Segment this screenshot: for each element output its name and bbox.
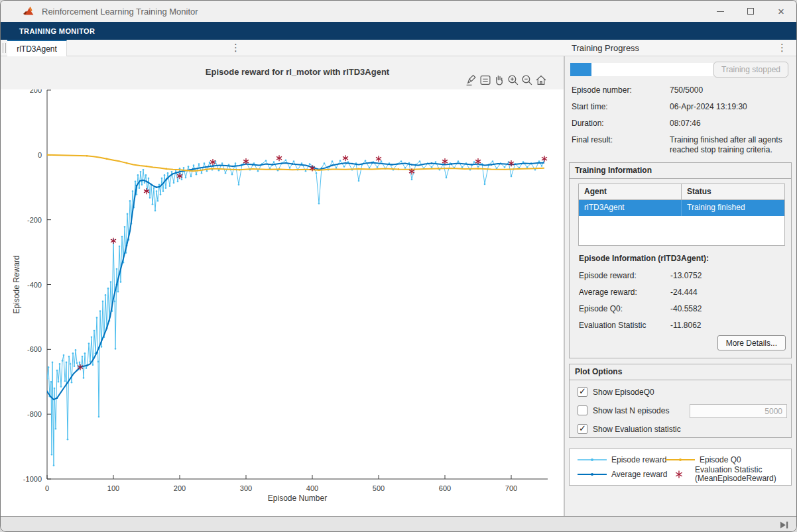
legend-item-episode-reward: Episode reward	[578, 455, 666, 464]
status-bar	[1, 516, 796, 532]
svg-text:100: 100	[107, 484, 119, 492]
evaluation-statistic-label: Evaluation Statistic	[579, 321, 646, 330]
maximize-icon	[747, 8, 754, 15]
table-empty-area	[579, 216, 784, 245]
zoom-in-icon[interactable]	[507, 74, 519, 86]
restore-view-home-icon[interactable]	[535, 74, 547, 86]
matlab-logo-icon	[23, 6, 35, 17]
tab-rltd3agent[interactable]: rlTD3Agent	[7, 40, 67, 56]
legend-item-evaluation-statistic: Evaluation Statistic (MeanEpisodeReward)	[674, 466, 776, 483]
app-window: Reinforcement Learning Training Monitor …	[0, 0, 797, 532]
duration-label: Duration:	[572, 119, 604, 128]
svg-text:200: 200	[30, 89, 42, 94]
show-evaluation-statistic-checkbox[interactable]	[578, 424, 587, 434]
agent-column-header[interactable]: Agent	[579, 184, 682, 199]
episode-q0-label: Episode Q0:	[579, 304, 623, 313]
pan-icon[interactable]	[493, 74, 505, 86]
svg-text:500: 500	[373, 484, 385, 492]
chart-legend: Episode reward Average reward Episode Q0	[569, 449, 792, 486]
show-episodeq0-checkbox[interactable]	[578, 387, 587, 397]
show-last-n-episodes-option[interactable]: Show last N episodes	[578, 405, 669, 415]
show-episodeq0-label: Show EpisodeQ0	[593, 388, 654, 397]
episode-number-label: Episode number:	[572, 85, 632, 95]
svg-text:600: 600	[439, 484, 451, 492]
episode-number-value: 750/5000	[670, 85, 790, 95]
svg-text:-1000: -1000	[23, 475, 42, 483]
maximize-button[interactable]	[735, 1, 766, 22]
legend-label: Average reward	[611, 470, 668, 479]
panel-title: Training Progress	[572, 43, 639, 53]
svg-text:Episode Number: Episode Number	[268, 494, 327, 503]
show-last-n-episodes-label: Show last N episodes	[593, 406, 669, 415]
legend-label: Episode reward	[611, 455, 666, 464]
average-reward-line-icon	[578, 471, 607, 478]
start-time-value: 06-Apr-2024 13:19:30	[670, 102, 790, 112]
plot-options-title: Plot Options	[570, 364, 791, 380]
episode-reward-line-icon	[578, 456, 607, 463]
training-information-title: Training Information	[570, 163, 791, 179]
n-episodes-input[interactable]	[690, 404, 787, 418]
svg-text:Episode Reward: Episode Reward	[12, 255, 21, 313]
episode-q0-value: -40.5582	[670, 304, 702, 313]
final-result-value: Training finished after all agents reach…	[670, 135, 790, 155]
zoom-out-icon[interactable]	[521, 74, 533, 86]
svg-text:400: 400	[306, 484, 318, 492]
legend-item-average-reward: Average reward	[578, 470, 668, 479]
export-icon[interactable]	[465, 74, 477, 86]
show-evaluation-statistic-label: Show Evaluation statistic	[593, 425, 681, 434]
collapse-panel-icon[interactable]	[779, 520, 789, 530]
document-actions-menu[interactable]: ⋮	[231, 42, 241, 52]
window-title: Reinforcement Learning Training Monitor	[42, 7, 198, 17]
average-reward-value: -24.444	[670, 288, 698, 297]
more-details-button[interactable]: More Details...	[717, 335, 786, 350]
datatips-icon[interactable]	[479, 74, 491, 86]
toolstrip: TRAINING MONITOR	[1, 22, 796, 40]
minimize-icon	[717, 11, 724, 12]
table-header-row: Agent Status	[579, 184, 784, 200]
legend-label: Evaluation Statistic (MeanEpisodeReward)	[695, 466, 776, 483]
agent-cell: rlTD3Agent	[579, 200, 682, 216]
training-progress-panel: Training Progress ⋮ Training stopped Epi…	[565, 56, 796, 516]
panel-actions-menu[interactable]: ⋮	[777, 42, 787, 52]
show-episodeq0-option[interactable]: Show EpisodeQ0	[578, 387, 654, 397]
plot-options-group: Plot Options Show EpisodeQ0 Show last N …	[569, 364, 792, 438]
toolstrip-tab-training-monitor[interactable]: TRAINING MONITOR	[19, 27, 95, 35]
progress-fill	[570, 63, 591, 76]
table-row[interactable]: rlTD3Agent Training finished	[579, 200, 784, 216]
close-icon: ×	[778, 6, 784, 17]
tab-label: rlTD3Agent	[17, 44, 57, 54]
svg-text:300: 300	[240, 484, 252, 492]
status-cell: Training finished	[682, 200, 784, 216]
svg-text:0: 0	[38, 151, 42, 159]
training-stopped-button[interactable]: Training stopped	[713, 62, 788, 78]
axes-toolbar	[465, 74, 547, 86]
average-reward-label: Average reward:	[579, 288, 637, 297]
svg-text:-600: -600	[27, 345, 42, 353]
legend-item-episode-q0: Episode Q0	[666, 455, 741, 464]
svg-text:200: 200	[174, 484, 186, 492]
svg-text:-800: -800	[27, 410, 42, 418]
status-column-header[interactable]: Status	[682, 184, 784, 199]
svg-text:0: 0	[45, 484, 49, 492]
svg-text:700: 700	[505, 484, 517, 492]
close-button[interactable]: ×	[766, 1, 796, 22]
final-result-label: Final result:	[572, 135, 613, 144]
duration-value: 08:07:46	[670, 119, 790, 129]
evaluation-statistic-asterisk-icon	[674, 470, 684, 479]
episode-q0-line-icon	[666, 456, 695, 463]
minimize-button[interactable]	[705, 1, 735, 22]
drag-grip-icon[interactable]	[3, 43, 6, 53]
legend-label: Episode Q0	[700, 455, 741, 464]
agent-status-table: Agent Status rlTD3Agent Training finishe…	[578, 184, 785, 246]
episode-information-title: Episode Information (rlTD3Agent):	[579, 254, 709, 263]
svg-text:-400: -400	[27, 281, 42, 289]
show-last-n-episodes-checkbox[interactable]	[578, 405, 587, 415]
training-progress-bar	[570, 63, 713, 76]
episode-reward-label: Episode reward:	[579, 271, 637, 280]
training-information-group: Training Information Agent Status rlTD3A…	[569, 162, 792, 358]
show-evaluation-statistic-option[interactable]: Show Evaluation statistic	[578, 424, 681, 434]
title-bar: Reinforcement Learning Training Monitor …	[1, 1, 796, 22]
reward-chart[interactable]: -1000-800-600-400-2000200010020030040050…	[1, 89, 564, 516]
evaluation-statistic-value: -11.8062	[670, 321, 701, 330]
figure-area: Episode reward for rl_motor with rlTD3Ag…	[1, 56, 564, 516]
